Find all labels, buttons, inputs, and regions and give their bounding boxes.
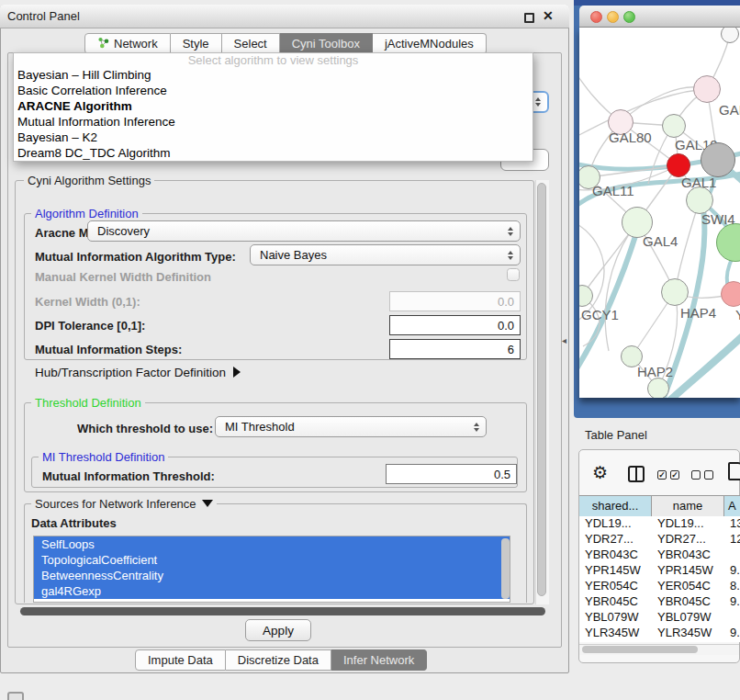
close-panel-button[interactable]: ✕ bbox=[543, 8, 554, 23]
show-checked-columns-icon[interactable]: ✓ ✓ bbox=[657, 470, 679, 480]
settings-horizontal-scrollbar-thumb[interactable] bbox=[20, 607, 545, 615]
table-horizontal-scrollbar-thumb[interactable] bbox=[582, 646, 698, 653]
control-panel-title: Control Panel bbox=[7, 9, 80, 23]
apply-button[interactable]: Apply bbox=[245, 619, 311, 641]
hub-transcription-factor-toggle[interactable]: Hub/Transcription Factor Definition bbox=[35, 366, 241, 379]
table-cell: YBR043C bbox=[652, 547, 724, 562]
tab-label: Network bbox=[114, 37, 158, 51]
algorithm-option-aracne-algorithm[interactable]: ARACNE Algorithm bbox=[14, 98, 533, 114]
network-node-hap4[interactable] bbox=[661, 278, 689, 306]
network-node-gal7[interactable] bbox=[693, 75, 721, 103]
hub-transcription-factor-label: Hub/Transcription Factor Definition bbox=[35, 366, 226, 379]
column-header-name[interactable]: name bbox=[652, 496, 724, 516]
stepper-icon bbox=[508, 251, 513, 260]
table-row[interactable]: YER054CYER054C8. bbox=[579, 578, 740, 593]
attribute-item-gal4rgexp[interactable]: gal4RGexp bbox=[34, 583, 510, 599]
sources-legend: Sources for Network Inference bbox=[35, 497, 196, 511]
screen: Control Panel ✕ NetworkStyleSelectCyni T… bbox=[0, 0, 740, 700]
table-cell: YBL079W bbox=[579, 609, 652, 625]
tab-style[interactable]: Style bbox=[171, 33, 222, 54]
mi-threshold-definition-legend: MI Threshold Definition bbox=[39, 450, 168, 464]
attributes-scrollbar-thumb[interactable] bbox=[501, 538, 510, 599]
aracne-mode-select[interactable]: Discovery bbox=[87, 220, 521, 242]
tab-jactivemnodules[interactable]: jActiveMNodules bbox=[373, 33, 487, 54]
table-cell bbox=[724, 609, 740, 625]
table-row[interactable]: YLR345WYLR345W9. bbox=[579, 625, 740, 640]
algorithm-option-bayesian-hill-climbing[interactable]: Bayesian – Hill Climbing bbox=[14, 67, 533, 83]
dpi-tolerance-input[interactable] bbox=[389, 315, 521, 335]
tab-cyni-toolbox[interactable]: Cyni Toolbox bbox=[280, 33, 373, 54]
mi-steps-input[interactable] bbox=[389, 339, 521, 359]
table-row[interactable]: YBL079WYBL079W bbox=[579, 609, 740, 625]
network-node[interactable] bbox=[686, 186, 713, 214]
table-row[interactable]: YDR27...YDR27...12 bbox=[579, 531, 740, 547]
network-node-y[interactable] bbox=[721, 281, 740, 307]
table-cell: YIL052C bbox=[579, 640, 652, 642]
table-cell: YBR043C bbox=[579, 547, 652, 562]
attribute-item-betweennesscentrality[interactable]: BetweennessCentrality bbox=[34, 568, 510, 583]
unchecked-checkbox-icon bbox=[691, 470, 701, 480]
kernel-width-input[interactable] bbox=[389, 291, 521, 311]
table-header-row: shared...nameA bbox=[579, 495, 740, 515]
network-node-gal10[interactable] bbox=[662, 114, 686, 138]
column-header-shared[interactable]: shared... bbox=[579, 496, 652, 516]
algorithm-option-bayesian-k2[interactable]: Bayesian – K2 bbox=[14, 130, 533, 145]
node-label-gcy1: GCY1 bbox=[581, 307, 619, 322]
algorithm-dropdown-popup: Select algorithm to view settings Bayesi… bbox=[13, 52, 533, 162]
tab-network[interactable]: Network bbox=[84, 33, 171, 54]
stepper-icon bbox=[535, 97, 541, 107]
algorithm-option-dream8-dc-tdc-algorithm[interactable]: Dream8 DC_TDC Algorithm bbox=[14, 145, 533, 161]
algorithm-option-mutual-information-inference[interactable]: Mutual Information Inference bbox=[14, 114, 533, 130]
node-label-gal11: GAL11 bbox=[592, 183, 634, 198]
table-row[interactable]: YBR043CYBR043C bbox=[579, 547, 740, 562]
table-cell: YPR145W bbox=[579, 562, 652, 578]
table-cell: YER054C bbox=[652, 578, 724, 593]
data-attributes-list: SelfLoopsTopologicalCoefficientBetweenne… bbox=[33, 536, 510, 603]
node-label-gal4: GAL4 bbox=[643, 233, 678, 249]
tab-impute-data[interactable]: Impute Data bbox=[135, 649, 226, 671]
hide-columns-icon[interactable] bbox=[691, 470, 713, 480]
node-table[interactable]: shared...nameAYDL19...YDL19...13YDR27...… bbox=[579, 495, 740, 642]
tab-infer-network[interactable]: Infer Network bbox=[331, 649, 427, 671]
tab-label: Impute Data bbox=[148, 653, 213, 667]
manual-kernel-width-checkbox[interactable] bbox=[507, 268, 520, 281]
table-row[interactable]: YBR045CYBR045C9. bbox=[579, 593, 740, 609]
algorithm-option-basic-correlation-inference[interactable]: Basic Correlation Inference bbox=[14, 83, 533, 98]
table-row[interactable]: YIL052CYIL052C9 bbox=[579, 640, 740, 642]
collapse-arrow-icon bbox=[233, 367, 241, 378]
threshold-definition-legend: Threshold Definition bbox=[31, 396, 145, 410]
table-cell: 12 bbox=[724, 531, 740, 547]
unchecked-checkbox-icon bbox=[704, 470, 713, 480]
table-row[interactable]: YPR145WYPR145W9. bbox=[579, 562, 740, 578]
node-label-swi4: SWI4 bbox=[701, 211, 735, 227]
which-threshold-value: MI Threshold bbox=[225, 420, 295, 434]
file-icon[interactable] bbox=[728, 462, 740, 480]
tab-select[interactable]: Select bbox=[222, 33, 280, 54]
mi-algorithm-type-select[interactable]: Naive Bayes bbox=[250, 244, 521, 265]
sources-toggle[interactable]: Sources for Network Inference bbox=[31, 497, 217, 511]
table-cell: 9. bbox=[724, 562, 740, 578]
network-node[interactable] bbox=[647, 378, 669, 398]
checked-checkbox-icon: ✓ bbox=[657, 470, 667, 480]
network-node[interactable] bbox=[701, 142, 735, 177]
close-traffic-light[interactable] bbox=[590, 11, 602, 23]
network-window-titlebar[interactable] bbox=[579, 6, 740, 28]
table-row[interactable]: YDL19...YDL19...13 bbox=[579, 515, 740, 531]
float-window-button[interactable] bbox=[524, 13, 534, 23]
tab-discretize-data[interactable]: Discretize Data bbox=[226, 649, 331, 671]
partial-tool-icon[interactable] bbox=[7, 692, 24, 700]
attribute-item-selfloops[interactable]: SelfLoops bbox=[34, 536, 510, 552]
gear-icon[interactable]: ⚙ bbox=[592, 462, 608, 483]
minimize-traffic-light[interactable] bbox=[607, 11, 619, 23]
column-header-a[interactable]: A bbox=[724, 496, 740, 516]
settings-vertical-scrollbar-thumb[interactable] bbox=[537, 183, 546, 596]
tab-label: jActiveMNodules bbox=[385, 37, 474, 51]
which-threshold-select[interactable]: MI Threshold bbox=[215, 416, 487, 437]
attribute-item-topologicalcoefficient[interactable]: TopologicalCoefficient bbox=[34, 552, 510, 568]
network-canvas[interactable]: GAL7GAL80GAL10GAL1GAL11SWI4GAL4GCY1HAP4Y… bbox=[579, 28, 740, 398]
split-columns-icon[interactable] bbox=[628, 466, 645, 482]
mi-threshold-input[interactable] bbox=[386, 464, 517, 484]
panel-splitter-icon[interactable]: ◂ bbox=[562, 335, 566, 345]
table-cell: YER054C bbox=[579, 578, 652, 593]
zoom-traffic-light[interactable] bbox=[623, 11, 635, 23]
